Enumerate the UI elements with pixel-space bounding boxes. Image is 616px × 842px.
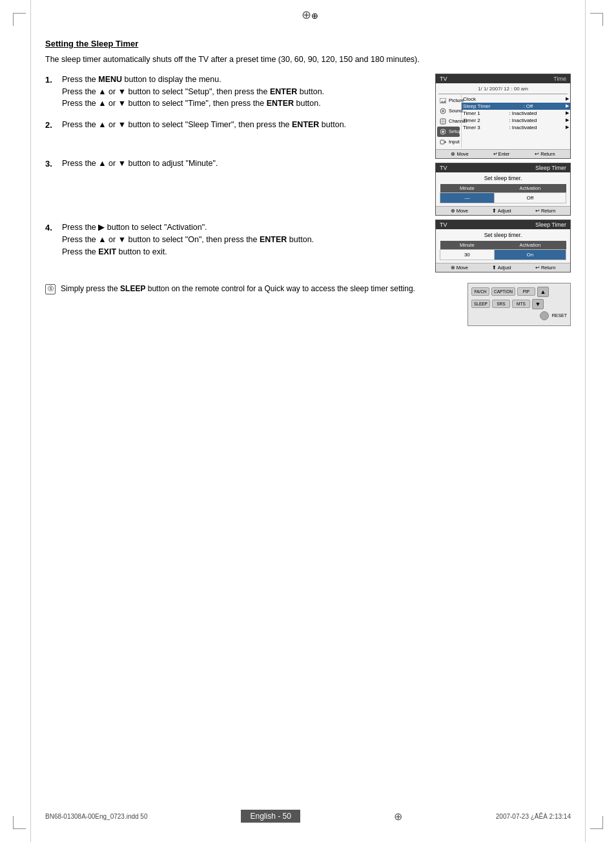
remote-btn-down: ▼ <box>532 299 544 309</box>
svg-marker-11 <box>445 141 446 143</box>
right-panels: TV Time 1/ 1/ 2007/ 12 : 00 am <box>435 74 571 272</box>
footer-move-1: ⊕ Move <box>451 151 468 157</box>
panel2-footer-move: ⊕ Move <box>451 208 468 214</box>
step-1-number: 1. <box>45 74 57 110</box>
row-clock: Clock ▶ <box>462 96 570 103</box>
panel3-footer: ⊕ Move ⬆ Adjust ↩ Return <box>436 263 570 272</box>
page-footer: BN68-01308A-00Eng_0723.indd 50 English -… <box>0 810 616 823</box>
row-timer2: Timer 2 : Inactivated ▶ <box>462 117 570 124</box>
sidebar-input: Input <box>437 137 460 147</box>
panel3-activation-value: On <box>494 249 566 260</box>
tv-panel-time-footer: ⊕ Move ↵Enter ↩ Return <box>436 149 570 158</box>
sidebar-channel: Channel <box>437 116 460 127</box>
panel2-minute-value: — <box>440 192 495 203</box>
tv-panel-time: TV Time 1/ 1/ 2007/ 12 : 00 am <box>435 74 571 159</box>
panel3-header-left: TV <box>440 221 447 228</box>
sidebar-setup-active: Setup <box>437 127 460 137</box>
svg-marker-1 <box>440 100 446 103</box>
step-4-line-3: Press the EXIT button to exit. <box>62 246 422 258</box>
timer2-label: Timer 2 <box>463 118 480 123</box>
panel3-footer-return: ↩ Return <box>535 265 556 271</box>
remote-btn-reset <box>540 311 549 320</box>
panel1-content: Clock ▶ Sleep Timer : Off ▶ Timer 1 <box>462 95 570 148</box>
panel2-footer-adjust: ⬆ Adjust <box>492 208 511 214</box>
panel3-data-row: 30 On <box>440 249 566 260</box>
step-3: 3. Press the ▲ or ▼ button to adjust "Mi… <box>45 158 422 170</box>
timer3-label: Timer 3 <box>463 125 480 130</box>
panel2-header-right: Sleep Timer <box>535 165 566 171</box>
step-1-line-3: Press the ▲ or ▼ button to select "Time"… <box>62 98 422 110</box>
panel3-header-right: Sleep Timer <box>535 221 566 228</box>
input-label: Input <box>449 139 460 145</box>
sleep-timer-label: Sleep Timer <box>463 103 491 109</box>
panel3-body: Set sleep timer. Minute Activation 30 <box>436 229 570 263</box>
enter-bold-1: ENTER <box>270 87 297 96</box>
channel-icon <box>440 117 446 126</box>
footer-crosshair: ⊕ <box>394 810 402 823</box>
panel2-subtitle: Set sleep timer. <box>440 175 566 181</box>
remote-btn-mts: MTS <box>512 300 530 308</box>
panel1-header-right: Time <box>553 76 566 82</box>
panel3-footer-adjust: ⬆ Adjust <box>492 265 511 271</box>
footer-file-info: BN68-01308A-00Eng_0723.indd 50 <box>45 813 147 820</box>
panel3-col-activation: Activation <box>494 241 566 250</box>
sleep-timer-value: : Off <box>523 103 533 109</box>
panel3-table: Minute Activation 30 On <box>440 241 566 260</box>
panel2-footer: ⊕ Move ⬆ Adjust ↩ Return <box>436 206 570 215</box>
step-2: 2. Press the ▲ or ▼ button to select "Sl… <box>45 119 422 132</box>
enter-bold-3: ENTER <box>292 120 319 129</box>
clock-arrow: ▶ <box>566 96 569 102</box>
step-4-number: 4. <box>45 221 57 258</box>
timer2-arrow: ▶ <box>566 118 569 123</box>
panel2-table: Minute Activation — Off <box>440 184 566 203</box>
timer1-arrow: ▶ <box>566 110 569 116</box>
enter-bold-2: ENTER <box>267 99 294 108</box>
page: ⊕ Setting the Sleep Timer The sleep time… <box>0 0 616 842</box>
note-icon: ⓢ <box>45 284 56 294</box>
time-display: 1/ 1/ 2007/ 12 : 00 am <box>436 85 570 93</box>
remote-btn-sleep[interactable]: SLEEP <box>471 300 490 308</box>
panel2-col-activation: Activation <box>494 184 566 193</box>
sound-icon <box>440 107 446 116</box>
panel2-footer-return: ↩ Return <box>535 208 556 214</box>
corner-mark-tl <box>13 13 26 26</box>
panel3-col-minute: Minute <box>440 241 495 250</box>
main-layout: 1. Press the MENU button to display the … <box>45 74 571 272</box>
step-1-content: Press the MENU button to display the men… <box>62 74 422 110</box>
picture-icon <box>440 96 446 105</box>
section-title: Setting the Sleep Timer <box>45 39 571 48</box>
step-1: 1. Press the MENU button to display the … <box>45 74 422 110</box>
panel1-sidebar: Picture Sound <box>436 95 462 148</box>
step-3-number: 3. <box>45 158 57 170</box>
panel3-footer-move: ⊕ Move <box>451 265 468 271</box>
panel2-header-left: TV <box>440 165 447 171</box>
tv-panel-time-body: 1/ 1/ 2007/ 12 : 00 am Picture <box>436 83 570 149</box>
remote-reset-label: RESET <box>552 313 567 318</box>
footer-enter-1: ↵Enter <box>493 151 509 157</box>
step-3-line-1: Press the ▲ or ▼ button to adjust "Minut… <box>62 158 422 170</box>
crosshair-top: ⊕ <box>302 8 314 21</box>
remote-row-3: RESET <box>471 311 567 320</box>
step-4: 4. Press the ▶ button to select "Activat… <box>45 221 422 258</box>
panel2-data-row: — Off <box>440 192 566 203</box>
sleep-bold: SLEEP <box>120 284 145 293</box>
remote-row-2: SLEEP SRS MTS ▼ <box>471 299 567 309</box>
remote-btn-pip: PIP <box>517 287 535 296</box>
remote-btn-up: ▲ <box>537 287 549 297</box>
remote-btn-srs: SRS <box>492 300 510 308</box>
sleep-timer-arrow: ▶ <box>566 103 569 109</box>
step-1-line-2: Press the ▲ or ▼ button to select "Setup… <box>62 86 422 98</box>
panel1-header-left: TV <box>440 76 447 82</box>
svg-rect-9 <box>440 140 444 144</box>
tv-panel-sleep1: TV Sleep Timer Set sleep timer. Minute A… <box>435 163 571 216</box>
remote-btn-fach: FA/CH <box>471 287 489 296</box>
tv-panel-sleep2: TV Sleep Timer Set sleep timer. Minute A… <box>435 220 571 272</box>
remote-btn-caption: CAPTION <box>491 287 515 296</box>
menu-bold: MENU <box>98 75 122 84</box>
input-icon <box>440 138 446 147</box>
step-2-content: Press the ▲ or ▼ button to select "Sleep… <box>62 119 422 132</box>
sound-label: Sound <box>449 108 463 114</box>
step-4-content: Press the ▶ button to select "Activation… <box>62 221 422 258</box>
note-text: Simply press the SLEEP button on the rem… <box>61 283 458 294</box>
row-timer3: Timer 3 : Inactivated ▶ <box>462 124 570 131</box>
